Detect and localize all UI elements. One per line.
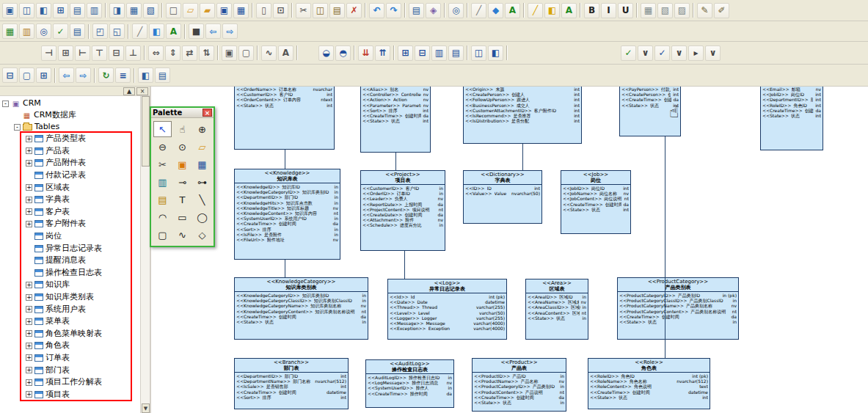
tree-item-table[interactable]: 操作检查日志表 <box>0 267 140 279</box>
italic-icon[interactable]: I <box>601 3 616 18</box>
scroll-down-button[interactable]: ▼ <box>142 403 150 413</box>
expand-toggle-icon[interactable]: + <box>26 391 32 398</box>
delete-tool[interactable]: ✂ <box>153 156 172 172</box>
dock-left-icon[interactable]: ◧ <box>138 67 153 83</box>
update-database-icon[interactable]: ⇈ <box>375 45 390 61</box>
grabber-tool[interactable]: ☝ <box>173 121 192 137</box>
arc-tool[interactable]: ◠ <box>153 209 172 225</box>
tile-vertical-icon[interactable]: ◧ <box>36 3 51 18</box>
delete-icon[interactable]: ✗ <box>346 3 362 18</box>
validate-options-icon[interactable]: ∨ <box>671 45 687 61</box>
diagram-canvas[interactable]: <<OrderName>>订单名称nvarchar<<CustomerID>>客… <box>151 87 868 413</box>
format-fill-icon[interactable]: ◧ <box>149 23 164 39</box>
export-image-icon[interactable]: ▨ <box>674 3 690 18</box>
tree-node-model[interactable]: ▦ CRM数据库 <box>0 109 140 121</box>
check-model-icon[interactable]: ✓ <box>53 23 68 39</box>
expand-toggle-icon[interactable]: + <box>26 221 32 227</box>
model-list-icon[interactable]: ▤ <box>70 23 85 39</box>
collapse-toggle-icon[interactable]: - <box>2 100 9 107</box>
text-style-icon[interactable]: A <box>505 3 520 18</box>
pointer-tool[interactable]: ↖ <box>153 121 172 137</box>
table-list-icon[interactable]: ⊞ <box>398 45 413 61</box>
polygon-tool[interactable]: ◇ <box>193 227 211 243</box>
space-vertical-icon[interactable]: ⇅ <box>199 45 214 61</box>
filter-icon[interactable]: ≡ <box>115 67 131 83</box>
database-user-icon[interactable]: ◓ <box>335 45 351 61</box>
tree-item-table[interactable]: +角色菜单映射表 <box>0 328 140 340</box>
zoom-in-tool[interactable]: ⊕ <box>193 121 211 137</box>
tree-item-table[interactable]: +区域表 <box>0 181 140 194</box>
group-icon[interactable]: ▣ <box>222 45 237 61</box>
run-options-icon[interactable]: ∨ <box>705 45 721 61</box>
paste-icon[interactable]: ▤ <box>329 3 345 18</box>
properties-tool[interactable]: ▣ <box>173 156 192 172</box>
grid-table-icon[interactable]: ▦ <box>2 23 18 39</box>
entity-customer-table[interactable]: <<Origin>>来源int<<CreatePerson>>创建人int<<F… <box>463 87 582 144</box>
table-tool[interactable]: ▦ <box>193 156 211 172</box>
index-list-icon[interactable]: ▤ <box>448 45 464 61</box>
tree-item-table[interactable]: +知识库类别表 <box>0 291 140 304</box>
expand-toggle-icon[interactable]: + <box>26 367 32 373</box>
open-icon[interactable]: ▱ <box>183 3 198 18</box>
expand-toggle-icon[interactable]: + <box>26 197 32 203</box>
new-window-icon[interactable]: ◱ <box>109 23 125 39</box>
tree-item-table[interactable]: 异常日志记录表 <box>0 242 140 255</box>
result-list-icon[interactable]: ◨ <box>109 3 125 18</box>
insert-image-icon[interactable]: ▦ <box>641 3 656 18</box>
line-style-icon[interactable]: ╱ <box>471 3 486 18</box>
fill-style-icon[interactable]: ◆ <box>488 3 503 18</box>
format-line-icon[interactable]: ╱ <box>132 23 147 39</box>
ellipse-tool[interactable]: ◯ <box>193 209 211 225</box>
tree-item-table[interactable]: +部门表 <box>0 364 140 376</box>
align-right-icon[interactable]: ⊢ <box>75 45 90 61</box>
expand-toggle-icon[interactable]: + <box>26 147 32 154</box>
line-color-icon[interactable]: ╱ <box>528 3 543 18</box>
expand-toggle-icon[interactable]: + <box>26 318 32 325</box>
tree-item-table[interactable]: +客户附件表 <box>0 218 140 230</box>
zoom-window-tool[interactable]: ⊙ <box>173 139 192 155</box>
space-horizontal-icon[interactable]: ⇄ <box>182 45 197 61</box>
entity-menu-table[interactable]: <<Alias>>别名nv<<Controller>>Controllernv<… <box>360 87 431 153</box>
save-all-icon[interactable]: ▦ <box>233 3 249 18</box>
entity-dictionary-table[interactable]: <<Dictionary>>字典表<<ID>>IDint<<Value>>Val… <box>463 170 542 224</box>
view-reference-tool[interactable]: ⊶ <box>193 174 211 190</box>
expand-toggle-icon[interactable]: + <box>26 184 32 191</box>
scrollbar-thumb[interactable] <box>142 96 150 167</box>
pen-icon[interactable]: ✎ <box>697 3 712 18</box>
code-window-icon[interactable]: ▧ <box>143 3 158 18</box>
expand-toggle-icon[interactable]: + <box>26 282 32 288</box>
redo-icon[interactable]: ↷ <box>386 3 401 18</box>
entity-product-category-table[interactable]: <<ProductCategory>>产品类别表<<ProductCategor… <box>617 277 739 340</box>
tree-node-workspace[interactable]: - ▣ CRM <box>0 98 140 109</box>
expand-toggle-icon[interactable]: + <box>26 208 32 215</box>
entity-product-table[interactable]: <<Product>>产品表<<ProductID>>产品IDin<<Produ… <box>472 358 566 412</box>
check-options-icon[interactable]: ∨ <box>638 45 653 61</box>
print-preview-icon[interactable]: ▯ <box>256 3 271 18</box>
ungroup-icon[interactable]: ▢ <box>238 45 254 61</box>
expand-toggle-icon[interactable]: + <box>26 343 32 349</box>
entity-order-table[interactable]: <<OrderName>>订单名称nvarchar<<CustomerID>>客… <box>234 87 335 150</box>
view-list-icon[interactable]: ⊟ <box>415 45 430 61</box>
entity-log-table[interactable]: <<Log>>异常日志记录表<<Id>>Idint (pk)<<Date>>Da… <box>387 279 507 340</box>
align-middle-icon[interactable]: ⊟ <box>109 45 124 61</box>
compare-model-icon[interactable]: ◧ <box>488 45 503 61</box>
expand-toggle-icon[interactable]: + <box>26 354 32 361</box>
expand-all-icon[interactable]: ⊞ <box>36 67 51 83</box>
palette-titlebar[interactable]: Palette × <box>151 108 214 118</box>
align-top-icon[interactable]: ⊤ <box>92 45 107 61</box>
go-back-icon[interactable]: ⇦ <box>205 23 221 39</box>
same-width-icon[interactable]: ⇔ <box>148 45 164 61</box>
properties-view-icon[interactable]: ▢ <box>19 67 34 83</box>
align-bottom-icon[interactable]: ⊥ <box>125 45 141 61</box>
collapse-all-icon[interactable]: ⊟ <box>2 67 18 83</box>
preview-window-icon[interactable]: ▦ <box>126 3 142 18</box>
undo-icon[interactable]: ↶ <box>369 3 384 18</box>
note-tool[interactable]: ▤ <box>153 191 172 208</box>
tree-item-table[interactable]: +项目工作分解表 <box>0 376 140 389</box>
generate-database-icon[interactable]: ⇊ <box>358 45 373 61</box>
open-workspace-icon[interactable]: ▰ <box>200 3 215 18</box>
float-view-icon[interactable]: ▤ <box>155 67 170 83</box>
entity-project-table[interactable]: <<Project>>项目表<<CustomerID>>客户IDin<<Orde… <box>360 170 445 251</box>
fill-color-icon[interactable]: ◧ <box>544 3 560 18</box>
align-center-icon[interactable]: ⊞ <box>58 45 73 61</box>
